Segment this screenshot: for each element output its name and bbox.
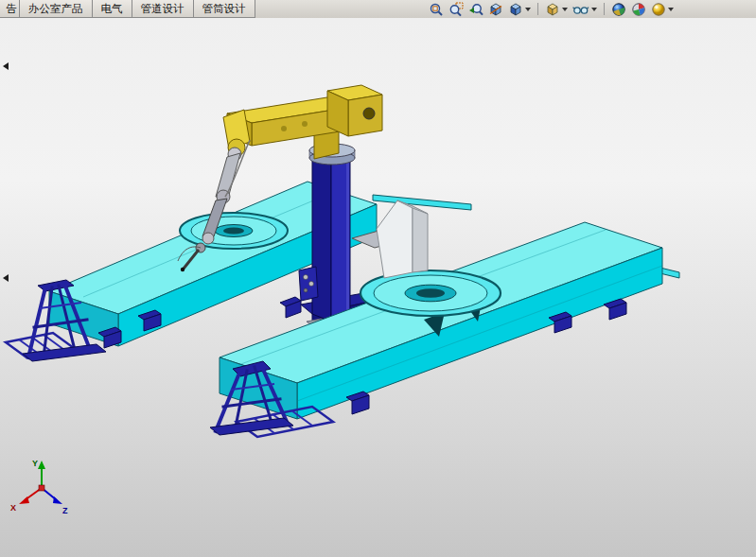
tab-electrical[interactable]: 电气 [92,0,132,18]
zoom-to-area-icon[interactable] [448,1,465,17]
axis-y-label: Y [32,459,38,468]
tab-label: 管道设计 [141,2,185,16]
tab-partial-label: 告 [7,2,18,16]
previous-view-icon[interactable] [467,1,484,17]
command-tab-bar: 告 办公室产品 电气 管道设计 管筒设计 [0,0,756,19]
tab-partial[interactable]: 告 [0,0,20,18]
support-block-left-mid2[interactable] [280,297,301,318]
edit-appearance-icon[interactable] [630,1,647,17]
zoom-to-fit-icon[interactable] [428,1,445,17]
tab-label: 电气 [101,2,123,16]
left-triangle-icon [3,274,9,282]
tab-label: 管筒设计 [202,2,246,16]
tab-label: 办公室产品 [28,2,83,16]
axis-x-label: X [10,503,16,513]
lighting-icon[interactable] [650,1,675,17]
3d-scene[interactable]: Y X Z [0,18,756,557]
apply-scene-icon[interactable] [610,1,627,17]
toolbar-separator [537,3,538,15]
display-style-icon[interactable] [507,1,532,17]
hide-show-items-icon[interactable] [571,1,598,17]
ring-seat-left[interactable] [180,213,288,249]
tab-office-products[interactable]: 办公室产品 [19,0,93,18]
view-orientation-icon[interactable] [544,1,569,17]
dropdown-caret-icon [668,8,674,11]
dropdown-caret-icon [562,8,568,11]
dropdown-caret-icon [525,8,531,11]
axis-z-label: Z [62,506,68,515]
column-control-box[interactable] [299,267,318,301]
left-triangle-icon [3,62,9,70]
toolbar-separator [604,3,605,15]
ring-seat-right[interactable] [360,270,501,316]
orientation-triad: Y X Z [10,459,68,515]
collapse-panel-arrow-top[interactable] [0,59,11,74]
cad-application-window: 告 办公室产品 电气 管道设计 管筒设计 [0,0,756,557]
robot-counterweight[interactable] [327,85,382,136]
heads-up-view-toolbar [428,0,756,18]
dropdown-caret-icon [591,8,597,11]
wedge-plate[interactable] [377,200,428,278]
collapse-panel-arrow-middle[interactable] [0,270,11,286]
tab-tubing-design[interactable]: 管筒设计 [193,0,255,18]
tab-piping-design[interactable]: 管道设计 [132,0,194,18]
section-view-icon[interactable] [487,1,504,17]
graphics-viewport[interactable]: Y X Z [0,18,756,557]
